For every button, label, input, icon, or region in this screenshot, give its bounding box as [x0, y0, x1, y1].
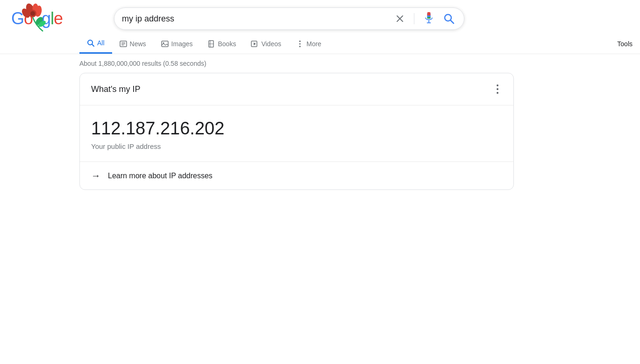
more-dots-icon	[296, 40, 304, 48]
svg-point-32	[299, 40, 300, 42]
more-options-button[interactable]	[493, 83, 502, 96]
images-tab-icon	[161, 40, 169, 48]
learn-more-link[interactable]: Learn more about IP addresses	[108, 172, 213, 180]
books-tab-icon	[208, 40, 215, 48]
search-bar-wrapper	[114, 7, 464, 30]
search-input[interactable]	[122, 14, 388, 24]
ip-widget-footer[interactable]: → Learn more about IP addresses	[80, 162, 513, 189]
search-divider	[414, 13, 414, 24]
svg-line-20	[92, 44, 94, 46]
svg-rect-13	[427, 15, 431, 17]
voice-search-button[interactable]	[422, 10, 436, 27]
search-submit-button[interactable]	[441, 11, 456, 26]
ip-widget-header: What's my IP	[80, 73, 513, 105]
news-tab-icon	[120, 40, 127, 48]
clear-icon	[395, 14, 405, 23]
google-logo-text: Google	[11, 9, 63, 28]
nav-tabs: All News Images Books	[0, 34, 640, 54]
svg-rect-11	[427, 12, 431, 14]
svg-point-34	[299, 46, 300, 47]
dot-1	[497, 84, 498, 86]
svg-marker-31	[254, 42, 256, 45]
search-bar	[114, 7, 464, 30]
svg-line-18	[451, 21, 454, 24]
results-count: About 1,880,000,000 results (0.58 second…	[0, 54, 640, 73]
arrow-right-icon: →	[91, 170, 100, 181]
tab-books-label: Books	[218, 40, 236, 48]
tab-videos[interactable]: Videos	[243, 35, 289, 53]
ip-address-label: Your public IP address	[91, 142, 502, 150]
google-logo[interactable]: Google	[11, 9, 63, 28]
svg-rect-12	[427, 14, 431, 16]
search-tab-icon	[87, 39, 94, 47]
tab-images[interactable]: Images	[154, 35, 200, 53]
tab-more[interactable]: More	[289, 35, 329, 53]
svg-point-33	[299, 43, 300, 44]
tools-button[interactable]: Tools	[610, 35, 640, 53]
ip-widget-card: What's my IP 112.187.216.202 Your public…	[79, 73, 514, 190]
dot-3	[497, 92, 498, 94]
tab-news[interactable]: News	[112, 35, 154, 53]
tab-books[interactable]: Books	[200, 35, 244, 53]
tools-label: Tools	[617, 40, 633, 48]
logo-area: Google	[11, 9, 105, 28]
tab-all-label: All	[97, 39, 105, 47]
search-icon	[443, 13, 455, 24]
header: Google	[0, 0, 640, 30]
ip-widget-title: What's my IP	[91, 84, 140, 94]
dot-2	[497, 88, 498, 90]
microphone-icon	[424, 12, 434, 25]
svg-rect-25	[162, 41, 168, 47]
tab-all[interactable]: All	[79, 34, 112, 54]
svg-rect-14	[427, 17, 431, 19]
tab-images-label: Images	[171, 40, 193, 48]
tab-news-label: News	[130, 40, 146, 48]
ip-widget-body: 112.187.216.202 Your public IP address	[80, 105, 513, 162]
search-clear-button[interactable]	[393, 12, 406, 25]
videos-tab-icon	[251, 40, 258, 48]
tab-more-label: More	[306, 40, 321, 48]
ip-address-value: 112.187.216.202	[91, 119, 502, 139]
results-count-text: About 1,880,000,000 results (0.58 second…	[79, 60, 206, 67]
tab-videos-label: Videos	[261, 40, 281, 48]
main-content: What's my IP 112.187.216.202 Your public…	[0, 73, 514, 190]
